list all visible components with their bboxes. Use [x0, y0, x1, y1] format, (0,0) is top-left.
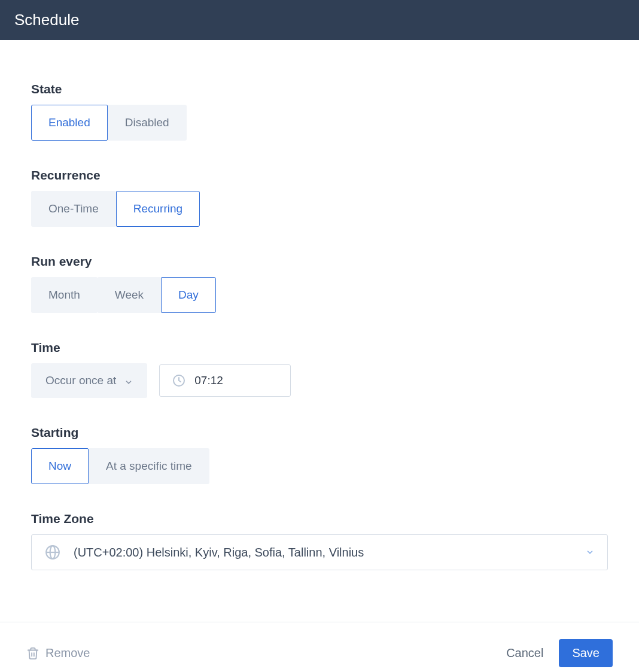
remove-label: Remove [45, 646, 90, 660]
timezone-section: Time Zone (UTC+02:00) Helsinki, Kyiv, Ri… [31, 512, 608, 570]
recurrence-label: Recurrence [31, 168, 608, 183]
run-every-toggle-group: Month Week Day [31, 277, 608, 313]
globe-icon [45, 545, 60, 560]
recurrence-option-recurring[interactable]: Recurring [116, 191, 200, 227]
state-label: State [31, 82, 608, 96]
starting-toggle-group: Now At a specific time [31, 448, 608, 484]
starting-option-specific[interactable]: At a specific time [89, 448, 209, 484]
run-every-option-week[interactable]: Week [98, 277, 161, 313]
state-option-disabled[interactable]: Disabled [108, 105, 187, 141]
starting-section: Starting Now At a specific time [31, 425, 608, 484]
timezone-label: Time Zone [31, 512, 608, 526]
time-value: 07:12 [194, 374, 223, 387]
time-occur-label: Occur once at [45, 374, 116, 387]
trash-icon [26, 647, 39, 660]
cancel-button[interactable]: Cancel [506, 646, 543, 660]
timezone-select[interactable]: (UTC+02:00) Helsinki, Kyiv, Riga, Sofia,… [31, 534, 608, 570]
recurrence-toggle-group: One-Time Recurring [31, 191, 608, 227]
state-section: State Enabled Disabled [31, 82, 608, 141]
remove-button[interactable]: Remove [26, 646, 90, 660]
time-label: Time [31, 340, 608, 355]
state-toggle-group: Enabled Disabled [31, 105, 608, 141]
starting-option-now[interactable]: Now [31, 448, 89, 484]
time-section: Time Occur once at 07:12 [31, 340, 608, 398]
recurrence-section: Recurrence One-Time Recurring [31, 168, 608, 227]
modal-title: Schedule [14, 11, 79, 29]
state-option-enabled[interactable]: Enabled [31, 105, 108, 141]
modal-header: Schedule [0, 0, 639, 40]
timezone-value: (UTC+02:00) Helsinki, Kyiv, Riga, Sofia,… [74, 546, 573, 560]
run-every-label: Run every [31, 254, 608, 269]
run-every-option-month[interactable]: Month [31, 277, 98, 313]
time-occur-dropdown[interactable]: Occur once at [31, 363, 147, 398]
chevron-down-icon [586, 548, 594, 557]
chevron-down-icon [124, 376, 133, 385]
recurrence-option-onetime[interactable]: One-Time [31, 191, 116, 227]
run-every-option-day[interactable]: Day [161, 277, 216, 313]
run-every-section: Run every Month Week Day [31, 254, 608, 313]
time-input[interactable]: 07:12 [159, 364, 291, 397]
clock-icon [172, 373, 186, 388]
modal-footer: Remove Cancel Save [0, 622, 639, 672]
save-button[interactable]: Save [559, 639, 613, 667]
starting-label: Starting [31, 425, 608, 440]
footer-actions: Cancel Save [506, 639, 613, 667]
modal-content: State Enabled Disabled Recurrence One-Ti… [0, 40, 639, 622]
